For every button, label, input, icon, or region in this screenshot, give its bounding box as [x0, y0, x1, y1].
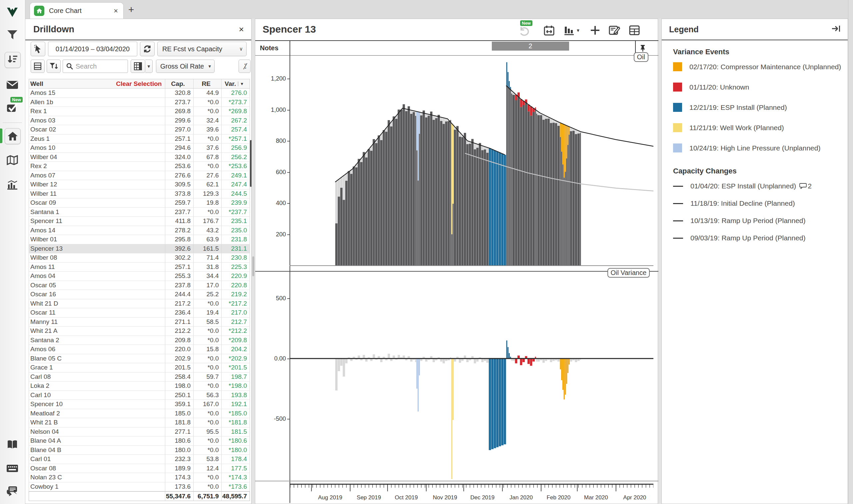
- mode-select[interactable]: RE Fcst vs Capacity ∨: [157, 42, 247, 56]
- sort-caret-icon[interactable]: ▼: [238, 82, 244, 86]
- table-row[interactable]: Grace 1201.5*0.0*201.5: [29, 363, 250, 373]
- oil-variance-badge[interactable]: Oil Variance: [607, 268, 650, 277]
- time-axis[interactable]: [290, 485, 654, 493]
- variance-event-item[interactable]: 01/11/20: Unknown: [673, 83, 749, 92]
- undo-button[interactable]: [518, 25, 531, 38]
- table-row[interactable]: Wilber 01295.863.9231.8: [29, 235, 250, 244]
- docs-nav-button[interactable]: [5, 437, 20, 452]
- chart-type-button[interactable]: [562, 24, 576, 36]
- percent-toggle-button[interactable]: ⁒: [239, 59, 250, 73]
- variance-event-item[interactable]: 02/17/20: Compressor Maintenance (Unplan…: [673, 62, 841, 71]
- window-scrollbar-track[interactable]: [848, 0, 853, 504]
- filter-nav-button[interactable]: [5, 27, 20, 42]
- table-row[interactable]: Nolan 23 C174.3*0.0*174.3: [29, 473, 250, 482]
- drilldown-close-icon[interactable]: ×: [239, 24, 244, 35]
- table-row[interactable]: Blane 04 A180.6*0.0*180.6: [29, 436, 250, 446]
- capacity-change-item[interactable]: 10/13/19: Ramp Up Period (Planned): [673, 217, 806, 225]
- analytics-nav-button[interactable]: [5, 177, 20, 193]
- table-row[interactable]: Carl 08258.459.7198.7: [29, 373, 250, 382]
- table-row[interactable]: Amos 11257.131.8225.3: [29, 263, 250, 272]
- filter-sort-button[interactable]: [47, 59, 60, 73]
- table-row[interactable]: Manny 11271.158.5212.7: [29, 318, 250, 327]
- clear-selection-button[interactable]: Clear Selection: [116, 80, 165, 88]
- table-row[interactable]: Amos 04255.334.4220.9: [29, 272, 250, 281]
- tab-core-chart[interactable]: Core Chart ×: [30, 2, 124, 19]
- date-window-button[interactable]: [542, 24, 556, 36]
- tab-close-icon[interactable]: ×: [114, 7, 118, 15]
- columns-caret-button[interactable]: ▼: [145, 59, 153, 73]
- date-range-input[interactable]: 01/14/2019 – 03/04/2020: [48, 42, 137, 56]
- table-row[interactable]: Allen 1b273.7*0.0*273.7: [29, 98, 250, 107]
- add-button[interactable]: [589, 24, 602, 36]
- col-cap[interactable]: Cap.: [165, 79, 193, 88]
- oil-chart[interactable]: [290, 56, 654, 266]
- table-row[interactable]: Oscar 11236.419.4217.0: [29, 308, 250, 318]
- search-input[interactable]: Search: [63, 59, 128, 73]
- new-tab-button[interactable]: +: [128, 4, 134, 15]
- table-row[interactable]: Blane 05 C202.9*0.0*202.9: [29, 354, 250, 363]
- col-var[interactable]: Var. ▼: [221, 79, 249, 88]
- table-row[interactable]: Whit 21 B181.8*0.0*181.8: [29, 418, 250, 428]
- annotate-button[interactable]: [608, 24, 621, 36]
- table-row[interactable]: Wilber 08302.271.4230.8: [29, 253, 250, 263]
- shortcuts-nav-button[interactable]: [5, 461, 20, 476]
- table-row[interactable]: Meatloaf 2185.0*0.0*185.0: [29, 409, 250, 418]
- table-row[interactable]: Amos 03299.632.4267.2: [29, 116, 250, 126]
- table-row[interactable]: Whit 21 A212.2*0.0*212.2: [29, 327, 250, 336]
- oil-badge[interactable]: Oil: [634, 52, 648, 62]
- table-row[interactable]: Amos 06220.015.8204.2: [29, 345, 250, 354]
- collapse-panel-icon[interactable]: [832, 25, 840, 34]
- table-row[interactable]: Amos 07276.627.6249.1: [29, 171, 250, 180]
- columns-button[interactable]: [130, 59, 145, 73]
- home-nav-button[interactable]: [5, 128, 21, 144]
- note-block[interactable]: 2: [492, 42, 569, 51]
- col-well[interactable]: Well: [30, 80, 43, 88]
- table-row[interactable]: Spencer 13392.6161.5231.1: [29, 244, 250, 254]
- table-row[interactable]: Nelson 04277.195.5181.5: [29, 428, 250, 437]
- map-nav-button[interactable]: [5, 152, 20, 168]
- rate-select[interactable]: Gross Oil Rate ▾: [156, 59, 214, 73]
- table-row[interactable]: Santana 1237.7*0.0*237.7: [29, 208, 250, 217]
- refresh-button[interactable]: [140, 42, 155, 56]
- chart-type-caret[interactable]: ▼: [574, 24, 582, 36]
- row-view-button[interactable]: [31, 59, 45, 73]
- messages-nav-button[interactable]: [5, 77, 20, 92]
- feedback-nav-button[interactable]: [5, 483, 20, 499]
- oil-variance-chart[interactable]: [290, 272, 654, 481]
- table-row[interactable]: Whit 21 D217.2*0.0*217.2: [29, 299, 250, 309]
- table-row[interactable]: Spencer 10359.1167.0192.1: [29, 400, 250, 409]
- table-row[interactable]: Wilber 04324.067.8256.2: [29, 153, 250, 162]
- table-row[interactable]: Carl 01232.353.8178.4: [29, 455, 250, 464]
- table-row[interactable]: Oscar 08189.912.4177.5: [29, 464, 250, 473]
- sort-nav-button[interactable]: [5, 52, 21, 68]
- table-row[interactable]: Oscar 16244.425.2219.2: [29, 290, 250, 299]
- table-row[interactable]: Santana 2209.8*0.0*209.8: [29, 336, 250, 345]
- table-row[interactable]: Zeus 1257.1*0.0*257.1: [29, 134, 250, 144]
- table-row[interactable]: Loka 2198.0*0.0*198.0: [29, 381, 250, 391]
- table-row[interactable]: Rex 1269.8*0.0*269.8: [29, 107, 250, 116]
- table-row[interactable]: Cowboy 1173.6*0.0*173.6: [29, 482, 250, 492]
- table-row[interactable]: Oscar 09259.719.8239.9: [29, 198, 250, 208]
- table-row[interactable]: Amos 14278.243.2235.0: [29, 226, 250, 235]
- table-row[interactable]: Carl 10250.156.3193.8: [29, 391, 250, 400]
- capacity-change-item[interactable]: 11/18/19: Initial Decline (Planned): [673, 199, 795, 208]
- pointer-select-button[interactable]: [31, 42, 45, 56]
- tasks-nav-button[interactable]: New: [5, 100, 20, 115]
- col-re[interactable]: RE: [193, 79, 222, 88]
- table-row[interactable]: Wilber 12309.562.1247.4: [29, 180, 250, 190]
- table-row[interactable]: Oscar 05237.817.0220.8: [29, 281, 250, 290]
- table-row[interactable]: Amos 10294.637.6256.9: [29, 143, 250, 153]
- table-row[interactable]: Wilber 11373.8129.3244.5: [29, 190, 250, 199]
- capacity-change-item[interactable]: 09/03/19: Ramp Up Period (Planned): [673, 234, 806, 242]
- variance-event-item[interactable]: 11/21/19: Well Work (Planned): [673, 123, 784, 132]
- table-row[interactable]: Amos 15320.844.9276.0: [29, 89, 250, 98]
- capacity-change-item[interactable]: 01/04/20: ESP Install (Unplanned)2: [673, 182, 812, 190]
- app-logo[interactable]: [5, 4, 20, 19]
- table-row[interactable]: Spencer 11411.8176.7235.1: [29, 217, 250, 226]
- table-view-button[interactable]: [628, 24, 641, 36]
- table-row[interactable]: Blane 04 B180.0*0.0*180.0: [29, 446, 250, 455]
- variance-event-item[interactable]: 10/24/19: High Line Pressure (Unplanned): [673, 143, 820, 152]
- table-row[interactable]: Oscar 02297.039.6257.4: [29, 125, 250, 134]
- panel-splitter-handle[interactable]: [252, 256, 254, 276]
- table-row[interactable]: Rex 2253.6*0.0*253.6: [29, 162, 250, 171]
